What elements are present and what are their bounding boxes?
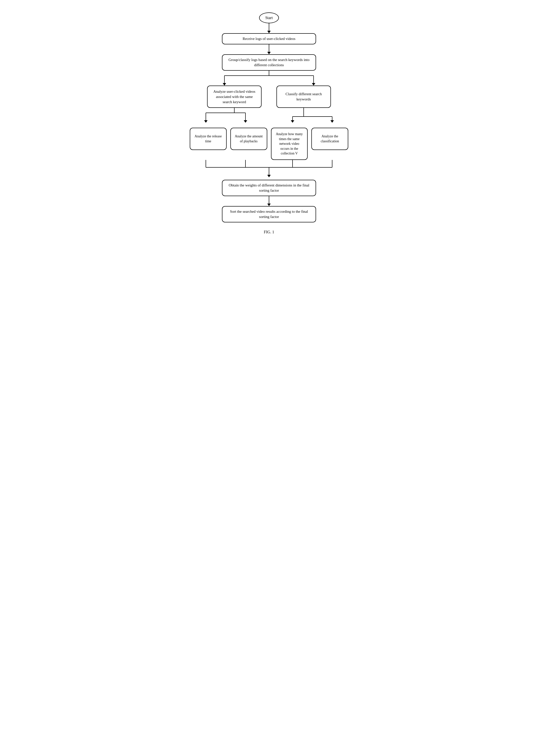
receive-logs-node: Receive logs of user-clicked videos [222,33,316,44]
svg-marker-15 [291,120,294,123]
group-classify-node: Group/classify logs based on the search … [222,54,316,71]
svg-marker-17 [330,120,334,123]
analyze-occurrences-label: Analyze how many times the same network … [275,132,303,156]
branch-svg-2 [182,108,356,128]
svg-marker-3 [223,83,226,86]
analyze-classification-label: Analyze the classification [316,134,344,144]
sort-results-node: Sort the searched video results accordin… [222,206,316,222]
start-label: Start [265,15,273,21]
analyze-release-time-label: Analyze the release time [194,134,222,144]
analyze-user-clicked-node: Analyze user-clicked videos associated w… [207,86,262,108]
svg-marker-9 [204,120,208,123]
start-node: Start [259,12,279,23]
svg-marker-24 [267,175,271,177]
svg-marker-5 [312,83,315,86]
svg-marker-11 [244,120,247,123]
analyze-classification-node: Analyze the classification [311,128,348,150]
figure-label: FIG. 1 [264,230,274,234]
classify-keywords-node: Classify different search keywords [276,86,331,108]
flowchart-container: Start Receive logs of user-clicked video… [182,5,356,244]
merge-svg [182,160,356,180]
analyze-occurrences-node: Analyze how many times the same network … [271,128,308,160]
analyze-playbacks-label: Analyze the amount of playbacks [235,134,263,144]
analyze-playbacks-node: Analyze the amount of playbacks [230,128,267,150]
analyze-user-clicked-label: Analyze user-clicked videos associated w… [212,89,257,105]
receive-logs-label: Receive logs of user-clicked videos [243,37,296,41]
group-classify-label: Group/classify logs based on the search … [228,58,309,67]
branch-svg-1 [182,71,356,86]
figure-title: FIG. 1 [264,230,274,234]
classify-keywords-label: Classify different search keywords [281,92,326,102]
sort-results-label: Sort the searched video results accordin… [230,210,308,219]
obtain-weights-label: Obtain the weights of different dimensio… [229,183,309,192]
obtain-weights-node: Obtain the weights of different dimensio… [222,180,316,196]
analyze-release-time-node: Analyze the release time [190,128,227,150]
